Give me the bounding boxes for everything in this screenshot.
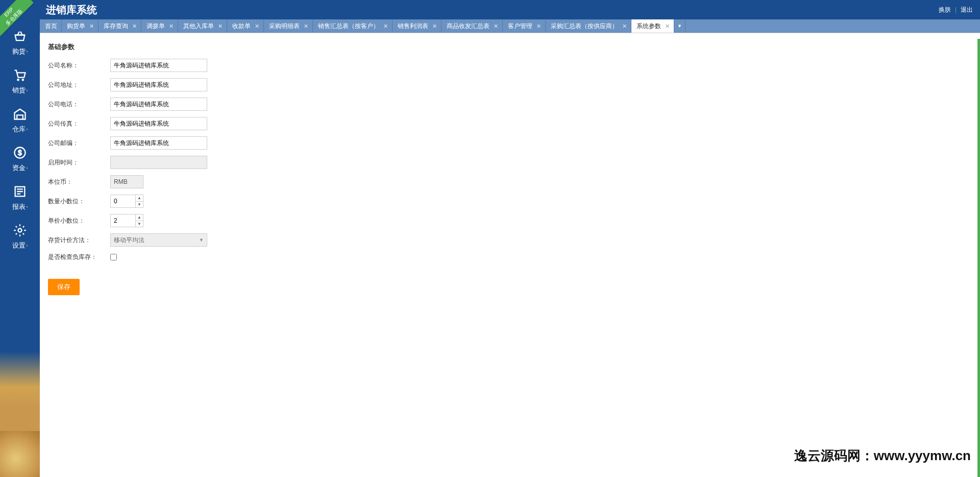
sidebar-item-label: 仓库 <box>12 125 26 134</box>
qty-decimal-stepper[interactable]: ▲▼ <box>110 195 143 208</box>
tab-系统参数[interactable]: 系统参数✕ <box>631 19 674 33</box>
tab-label: 采购明细表 <box>269 22 300 31</box>
label-qty-decimal: 数量小数位： <box>48 197 110 206</box>
tab-label: 库存查询 <box>104 22 128 31</box>
sidebar-item-label: 销货 <box>12 86 26 95</box>
tab-label: 购货单 <box>67 22 85 31</box>
tab-收款单[interactable]: 收款单✕ <box>227 19 264 33</box>
sidebar-item-money[interactable]: $ 资金› <box>0 138 40 177</box>
tab-overflow-menu[interactable]: ▼ <box>674 19 685 33</box>
label-cost-method: 存货计价方法： <box>48 236 110 245</box>
chevron-right-icon: › <box>27 204 28 209</box>
company-fax-input[interactable] <box>110 117 207 130</box>
tabbar: 首页购货单✕库存查询✕调拨单✕其他入库单✕收款单✕采购明细表✕销售汇总表（按客户… <box>40 19 980 33</box>
currency-input <box>110 175 143 188</box>
chevron-right-icon: › <box>27 243 28 248</box>
content-area: 基础参数 公司名称： 公司地址： 公司电话： 公司传真： <box>40 33 980 477</box>
company-zip-input[interactable] <box>110 136 207 150</box>
header: ERP 多仓库版 进销库系统 换肤 | 退出 <box>0 0 980 19</box>
tab-label: 其他入库单 <box>183 22 214 31</box>
sidebar-item-label: 报表 <box>12 202 26 211</box>
sidebar: 购货› 销货› 仓库› $ 资金› <box>0 19 40 477</box>
app-title: 进销库系统 <box>46 3 97 17</box>
gear-icon <box>12 223 28 238</box>
tab-label: 收款单 <box>232 22 251 31</box>
label-currency: 本位币： <box>48 178 110 186</box>
price-decimal-stepper[interactable]: ▲▼ <box>110 214 143 227</box>
label-company-addr: 公司地址： <box>48 81 110 89</box>
qty-decimal-input[interactable] <box>111 195 135 207</box>
close-icon[interactable]: ✕ <box>494 23 498 30</box>
price-decimal-input[interactable] <box>111 214 135 227</box>
close-icon[interactable]: ✕ <box>536 23 541 30</box>
cost-method-select[interactable]: 移动平均法 ▼ <box>110 233 207 247</box>
chevron-right-icon: › <box>27 127 28 132</box>
sidebar-item-label: 资金 <box>12 163 26 173</box>
tab-label: 销售汇总表（按客户） <box>318 22 379 31</box>
sidebar-item-report[interactable]: 报表› <box>0 177 40 216</box>
tab-采购明细表[interactable]: 采购明细表✕ <box>264 19 313 33</box>
tab-调拨单[interactable]: 调拨单✕ <box>141 19 178 33</box>
tab-label: 首页 <box>45 22 57 31</box>
close-icon[interactable]: ✕ <box>304 23 308 30</box>
skin-link[interactable]: 换肤 <box>939 6 951 14</box>
label-company-tel: 公司电话： <box>48 100 110 109</box>
logout-link[interactable]: 退出 <box>961 6 973 14</box>
save-button[interactable]: 保存 <box>48 279 80 295</box>
svg-point-5 <box>18 229 22 232</box>
tab-label: 商品收发汇总表 <box>447 22 489 31</box>
tab-销售利润表[interactable]: 销售利润表✕ <box>393 19 442 33</box>
close-icon[interactable]: ✕ <box>383 23 388 30</box>
tab-采购汇总表（按供应商）[interactable]: 采购汇总表（按供应商）✕ <box>546 19 631 33</box>
svg-point-0 <box>17 79 19 81</box>
chevron-right-icon: › <box>27 49 28 54</box>
cart-icon <box>12 67 28 83</box>
sidebar-item-sales[interactable]: 销货› <box>0 60 40 99</box>
cost-method-value: 移动平均法 <box>114 236 144 245</box>
close-icon[interactable]: ✕ <box>218 23 223 30</box>
money-icon: $ <box>12 145 28 160</box>
tab-库存查询[interactable]: 库存查询✕ <box>99 19 141 33</box>
watermark-text: 逸云源码网：www.yyymw.cn <box>794 447 971 465</box>
tab-首页[interactable]: 首页 <box>40 19 62 33</box>
tab-label: 系统参数 <box>636 22 661 31</box>
close-icon[interactable]: ✕ <box>255 23 259 30</box>
right-edge-bar <box>977 39 980 477</box>
stepper-down-icon[interactable]: ▼ <box>136 202 143 208</box>
version-ribbon: ERP 多仓库版 <box>0 0 36 36</box>
tab-label: 销售利润表 <box>398 22 428 31</box>
tab-客户管理[interactable]: 客户管理✕ <box>503 19 546 33</box>
sidebar-item-warehouse[interactable]: 仓库› <box>0 99 40 138</box>
sidebar-item-settings[interactable]: 设置› <box>0 216 40 254</box>
company-addr-input[interactable] <box>110 78 207 91</box>
divider: | <box>955 6 957 13</box>
tab-其他入库单[interactable]: 其他入库单✕ <box>178 19 227 33</box>
close-icon[interactable]: ✕ <box>432 23 437 30</box>
stepper-down-icon[interactable]: ▼ <box>136 221 143 227</box>
close-icon[interactable]: ✕ <box>132 23 137 30</box>
label-check-neg: 是否检查负库存： <box>48 253 110 261</box>
close-icon[interactable]: ✕ <box>622 23 627 30</box>
decorative-hay <box>0 431 40 477</box>
label-company-name: 公司名称： <box>48 61 110 70</box>
chevron-right-icon: › <box>27 88 28 93</box>
close-icon[interactable]: ✕ <box>169 23 174 30</box>
chevron-right-icon: › <box>27 165 28 171</box>
sidebar-item-label: 设置 <box>12 241 26 250</box>
chevron-down-icon: ▼ <box>677 23 682 29</box>
check-neg-checkbox[interactable] <box>110 254 117 260</box>
tab-购货单[interactable]: 购货单✕ <box>62 19 99 33</box>
tab-商品收发汇总表[interactable]: 商品收发汇总表✕ <box>442 19 503 33</box>
close-icon[interactable]: ✕ <box>665 23 670 30</box>
tab-销售汇总表（按客户）[interactable]: 销售汇总表（按客户）✕ <box>313 19 393 33</box>
label-price-decimal: 单价小数位： <box>48 217 110 225</box>
sidebar-item-label: 购货 <box>12 47 26 56</box>
report-icon <box>12 184 28 199</box>
stepper-up-icon[interactable]: ▲ <box>136 214 143 221</box>
company-name-input[interactable] <box>110 59 207 72</box>
tab-label: 调拨单 <box>146 22 165 31</box>
stepper-up-icon[interactable]: ▲ <box>136 195 143 202</box>
company-tel-input[interactable] <box>110 98 207 111</box>
label-start-date: 启用时间： <box>48 158 110 167</box>
close-icon[interactable]: ✕ <box>89 23 94 30</box>
